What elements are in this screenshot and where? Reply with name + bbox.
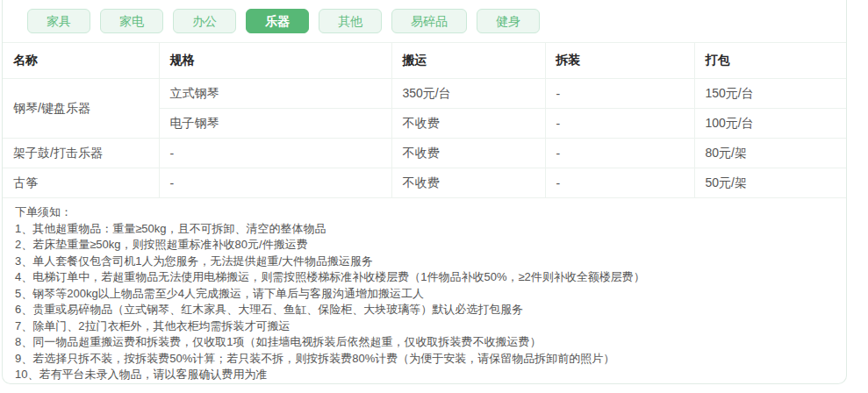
tab-others[interactable]: 其他	[319, 9, 382, 33]
cell-packing: 100元/台	[694, 109, 846, 139]
cell-spec: -	[159, 139, 391, 168]
note-item: 7、除单门、2拉门衣柜外，其他衣柜均需拆装才可搬运	[15, 318, 834, 335]
table-row: 古筝-不收费-50元/架	[3, 168, 846, 198]
table-row: 钢琴/键盘乐器立式钢琴350元/台-150元/台	[3, 79, 846, 109]
cell-moving: 不收费	[391, 139, 545, 168]
tab-fragile[interactable]: 易碎品	[391, 9, 467, 33]
note-item: 10、若有平台未录入物品，请以客服确认费用为准	[15, 367, 834, 383]
note-item: 3、单人套餐仅包含司机1人为您服务，无法提供超重/大件物品搬运服务	[15, 254, 834, 270]
cell-name: 古筝	[3, 168, 159, 198]
tab-furniture[interactable]: 家具	[27, 9, 90, 33]
column-header-disassembly: 拆装	[545, 43, 694, 79]
note-item: 4、电梯订单中，若超重物品无法使用电梯搬运，则需按照楼梯标准补收楼层费（1件物品…	[15, 269, 834, 286]
column-header-spec: 规格	[159, 43, 391, 79]
cell-packing: 50元/架	[694, 168, 846, 198]
cell-name: 架子鼓/打击乐器	[3, 139, 159, 168]
cell-disassembly: -	[545, 109, 694, 139]
header-row: 名称规格搬运拆装打包	[3, 43, 846, 79]
note-item: 1、其他超重物品：重量≥50kg，且不可拆卸、清空的整体物品	[15, 221, 834, 238]
cell-moving: 350元/台	[391, 79, 545, 109]
cell-disassembly: -	[545, 168, 694, 198]
cell-packing: 150元/台	[694, 79, 846, 109]
cell-spec: 立式钢琴	[159, 79, 391, 109]
pricing-card: 家具家电办公乐器其他易碎品健身 名称规格搬运拆装打包 钢琴/键盘乐器立式钢琴35…	[2, 0, 847, 384]
tab-fitness[interactable]: 健身	[477, 9, 540, 33]
note-item: 5、钢琴等200kg以上物品需至少4人完成搬运，请下单后与客服沟通增加搬运工人	[15, 286, 834, 303]
category-tabs: 家具家电办公乐器其他易碎品健身	[3, 0, 846, 42]
cell-moving: 不收费	[391, 168, 545, 198]
tab-appliances[interactable]: 家电	[100, 9, 163, 33]
column-header-name: 名称	[3, 43, 159, 79]
note-item: 6、贵重或易碎物品（立式钢琴、红木家具、大理石、鱼缸、保险柜、大块玻璃等）默认必…	[15, 302, 834, 318]
cell-disassembly: -	[545, 139, 694, 168]
column-header-packing: 打包	[694, 43, 846, 79]
tab-instruments[interactable]: 乐器	[246, 9, 309, 33]
notes-list: 1、其他超重物品：重量≥50kg，且不可拆卸、清空的整体物品2、若床垫重量≥50…	[15, 221, 834, 383]
note-item: 9、若选择只拆不装，按拆装费50%计算；若只装不拆，则按拆装费80%计费（为便于…	[15, 351, 834, 368]
table-row: 架子鼓/打击乐器-不收费-80元/架	[3, 139, 846, 168]
table-body: 钢琴/键盘乐器立式钢琴350元/台-150元/台电子钢琴不收费-100元/台架子…	[3, 79, 846, 198]
table-header: 名称规格搬运拆装打包	[3, 43, 846, 79]
cell-packing: 80元/架	[694, 139, 846, 168]
order-notes: 下单须知： 1、其他超重物品：重量≥50kg，且不可拆卸、清空的整体物品2、若床…	[3, 198, 846, 383]
note-item: 2、若床垫重量≥50kg，则按照超重标准补收80元/件搬运费	[15, 237, 834, 254]
cell-moving: 不收费	[391, 109, 545, 139]
cell-spec: -	[159, 168, 391, 198]
tab-office[interactable]: 办公	[173, 9, 236, 33]
cell-spec: 电子钢琴	[159, 109, 391, 139]
cell-name: 钢琴/键盘乐器	[3, 79, 159, 139]
cell-disassembly: -	[545, 79, 694, 109]
notes-title: 下单须知：	[15, 204, 834, 221]
pricing-table: 名称规格搬运拆装打包 钢琴/键盘乐器立式钢琴350元/台-150元/台电子钢琴不…	[3, 42, 846, 198]
column-header-moving: 搬运	[391, 43, 545, 79]
note-item: 8、同一物品超重搬运费和拆装费，仅收取1项（如挂墙电视拆装后依然超重，仅收取拆装…	[15, 334, 834, 351]
